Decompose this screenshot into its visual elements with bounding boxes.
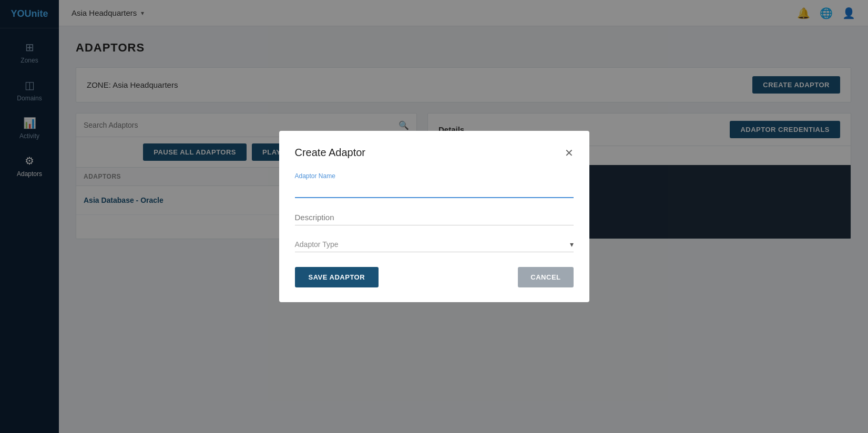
modal-close-button[interactable]: ✕ xyxy=(565,148,574,158)
create-adaptor-modal: Create Adaptor ✕ Adaptor Name Adaptor Ty… xyxy=(279,131,589,302)
cancel-button[interactable]: CANCEL xyxy=(518,267,573,287)
adaptor-name-label: Adaptor Name xyxy=(295,172,574,180)
modal-header: Create Adaptor ✕ xyxy=(295,147,574,159)
modal-footer: SAVE ADAPTOR CANCEL xyxy=(295,267,574,287)
save-adaptor-button[interactable]: SAVE ADAPTOR xyxy=(295,267,379,287)
adaptor-type-label: Adaptor Type xyxy=(295,240,339,249)
modal-overlay: Create Adaptor ✕ Adaptor Name Adaptor Ty… xyxy=(0,0,868,433)
description-input[interactable] xyxy=(295,210,574,225)
adaptor-name-input[interactable] xyxy=(295,182,574,198)
adaptor-type-chevron-icon: ▾ xyxy=(570,240,574,249)
description-group xyxy=(295,210,574,225)
adaptor-name-group: Adaptor Name xyxy=(295,172,574,198)
modal-title: Create Adaptor xyxy=(295,147,366,159)
adaptor-type-dropdown[interactable]: Adaptor Type ▾ xyxy=(295,237,574,252)
adaptor-type-group: Adaptor Type ▾ xyxy=(295,237,574,252)
